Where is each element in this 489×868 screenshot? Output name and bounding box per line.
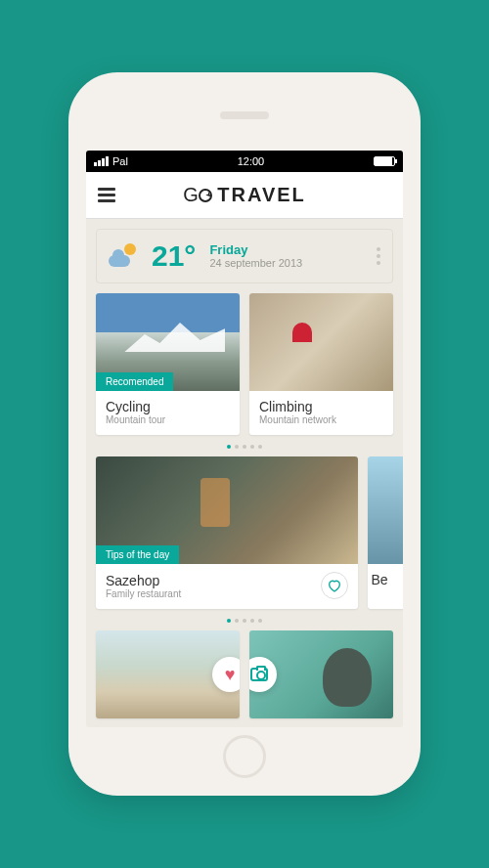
card-title: Sazehop xyxy=(106,573,181,588)
photo-card-beach[interactable]: ♥ xyxy=(96,630,240,718)
camera-button[interactable] xyxy=(249,657,277,692)
status-left: Pal xyxy=(94,155,128,167)
card-subtitle: Mountain tour xyxy=(106,414,230,425)
signal-icon xyxy=(94,156,109,166)
date-block: Friday 24 september 2013 xyxy=(209,242,302,271)
badge-tips: Tips of the day xyxy=(96,545,179,564)
featured-row: Recomended Cycling Mountain tour Climbin… xyxy=(96,293,393,435)
battery-icon xyxy=(374,156,395,166)
logo-travel: TRAVEL xyxy=(217,184,306,205)
favorite-button[interactable] xyxy=(321,572,348,599)
tip-card-peek[interactable]: Be xyxy=(368,456,403,609)
phone-frame: Pal 12:00 G TRAVEL 21° xyxy=(68,72,421,796)
badge-recommended: Recomended xyxy=(96,372,173,391)
pager-tips xyxy=(96,615,393,630)
featured-card-climbing[interactable]: Climbing Mountain network xyxy=(249,293,393,435)
card-image: Recomended xyxy=(96,293,240,391)
content: 21° Friday 24 september 2013 Recomended … xyxy=(86,219,403,727)
tips-row: Tips of the day Sazehop Family restauran… xyxy=(96,456,393,609)
tip-card[interactable]: Tips of the day Sazehop Family restauran… xyxy=(96,456,358,609)
date: 24 september 2013 xyxy=(209,257,302,270)
photo-row: ♥ xyxy=(96,630,393,718)
carrier-label: Pal xyxy=(112,155,128,167)
card-title: Climbing xyxy=(259,399,383,414)
nav-bar: G TRAVEL xyxy=(86,172,403,219)
status-right xyxy=(374,156,395,166)
like-button[interactable]: ♥ xyxy=(212,657,240,692)
weather-widget[interactable]: 21° Friday 24 september 2013 xyxy=(96,229,393,283)
card-image xyxy=(249,293,393,391)
pager-featured xyxy=(96,441,393,456)
heart-outline-icon xyxy=(327,578,342,593)
card-title: Cycling xyxy=(106,399,230,414)
phone-speaker xyxy=(220,111,269,119)
camera-icon xyxy=(250,668,268,681)
clock: 12:00 xyxy=(238,155,265,167)
weekday: Friday xyxy=(209,242,302,258)
screen: Pal 12:00 G TRAVEL 21° xyxy=(86,151,403,727)
photo-card-seal[interactable] xyxy=(249,630,393,718)
featured-card-cycling[interactable]: Recomended Cycling Mountain tour xyxy=(96,293,240,435)
card-subtitle: Mountain network xyxy=(259,414,383,425)
card-title: Be xyxy=(368,564,403,595)
menu-button[interactable] xyxy=(98,188,115,202)
temperature: 21° xyxy=(152,239,196,273)
heart-fill-icon: ♥ xyxy=(225,665,236,685)
status-bar: Pal 12:00 xyxy=(86,151,403,172)
card-subtitle: Family restaurant xyxy=(106,588,181,599)
app-logo: G TRAVEL xyxy=(115,184,374,206)
more-button[interactable] xyxy=(377,247,380,265)
sun-cloud-icon xyxy=(109,243,138,269)
globe-icon xyxy=(199,189,212,202)
home-button[interactable] xyxy=(223,735,266,778)
card-image: Tips of the day xyxy=(96,456,358,564)
card-image xyxy=(368,456,403,564)
